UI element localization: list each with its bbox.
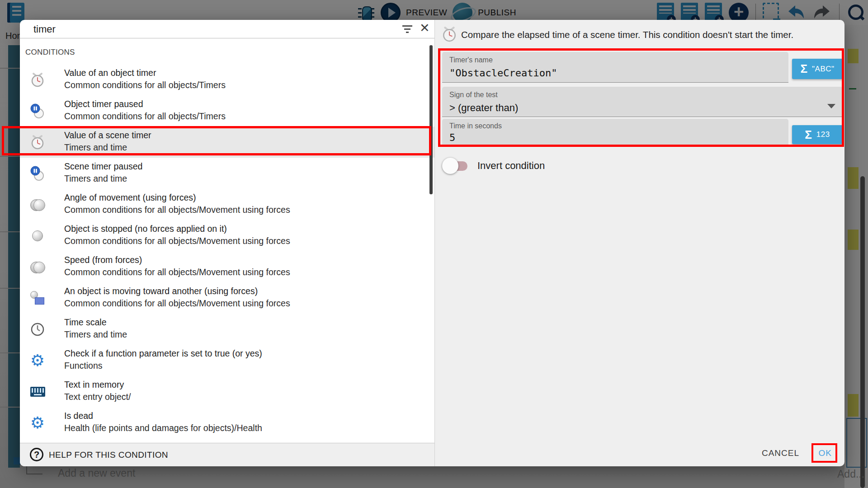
time-in-seconds-label: Time in seconds bbox=[449, 122, 781, 130]
condition-title: An object is moving toward another (usin… bbox=[64, 285, 428, 297]
list-item-scene-timer-paused[interactable]: Scene timer paused Timers and time bbox=[20, 158, 434, 189]
condition-title: Speed (from forces) bbox=[64, 254, 428, 266]
alarm-clock-icon bbox=[441, 26, 458, 44]
list-item-speed-from-forces[interactable]: Speed (from forces) Common conditions fo… bbox=[20, 251, 434, 282]
condition-group: Text entry object/ bbox=[64, 391, 428, 403]
alarm-clock-paused-icon bbox=[27, 158, 48, 189]
condition-group: Common conditions for all objects/Moveme… bbox=[64, 297, 428, 310]
condition-group: Timers and time bbox=[64, 328, 428, 341]
abc-label: "ABC" bbox=[812, 65, 835, 74]
num-label: 123 bbox=[816, 130, 830, 139]
condition-group: Common conditions for all objects/Timers bbox=[64, 110, 428, 122]
list-item-text: Value of an object timer Common conditio… bbox=[64, 67, 428, 91]
condition-title: Scene timer paused bbox=[64, 160, 428, 173]
search-row bbox=[20, 20, 434, 38]
string-expression-button[interactable]: "ABC" bbox=[792, 59, 843, 79]
filter-icon[interactable] bbox=[401, 25, 413, 34]
invert-condition-toggle[interactable] bbox=[442, 158, 468, 174]
toggle-thumb bbox=[442, 158, 458, 174]
timer-name-field[interactable]: Timer's name "ObstacleCreation" bbox=[442, 52, 788, 83]
list-item-value-of-scene-timer-selected[interactable]: Value of a scene timer Timers and time bbox=[20, 127, 434, 158]
condition-title: Object timer paused bbox=[64, 98, 428, 110]
condition-group: Common conditions for all objects/Moveme… bbox=[64, 204, 428, 216]
chevron-down-icon bbox=[827, 104, 835, 108]
condition-group: Timers and time bbox=[64, 173, 428, 185]
function-gear-icon bbox=[27, 407, 48, 438]
sign-of-test-select[interactable]: Sign of the test > (greater than) bbox=[442, 87, 843, 117]
list-item-object-timer-paused[interactable]: Object timer paused Common conditions fo… bbox=[20, 95, 434, 127]
search-input[interactable] bbox=[33, 23, 305, 36]
sign-of-test-label: Sign of the test bbox=[449, 91, 835, 99]
condition-group: Common conditions for all objects/Moveme… bbox=[64, 235, 428, 247]
time-in-seconds-value[interactable]: 5 bbox=[449, 132, 781, 143]
invert-condition-row: Invert condition bbox=[442, 157, 545, 174]
clock-icon bbox=[27, 314, 48, 345]
list-item-text: Is dead Health (life points and damages … bbox=[64, 410, 428, 434]
conditions-section-header: CONDITIONS bbox=[25, 48, 75, 57]
condition-editor-dialog: CONDITIONS Value of an object timer Comm… bbox=[20, 20, 844, 466]
condition-title: Value of an object timer bbox=[64, 67, 428, 79]
force-balls-icon bbox=[27, 251, 48, 282]
timer-name-value[interactable]: "ObstacleCreation" bbox=[449, 67, 781, 79]
condition-group: Timers and time bbox=[64, 141, 428, 154]
condition-title: Time scale bbox=[64, 316, 428, 328]
sign-of-test-value: > (greater than) bbox=[449, 102, 835, 114]
timer-name-label: Timer's name bbox=[449, 56, 781, 64]
sigma-icon bbox=[800, 62, 807, 76]
invert-condition-label: Invert condition bbox=[477, 160, 545, 172]
list-item-text: Time scale Timers and time bbox=[64, 316, 428, 341]
gdevelop-app: PREVIEW PUBLISH + Home bbox=[0, 0, 868, 488]
alarm-clock-paused-icon bbox=[27, 95, 48, 127]
list-scrollbar[interactable] bbox=[429, 45, 433, 194]
cancel-button[interactable]: CANCEL bbox=[762, 448, 799, 458]
list-item-function-parameter-true[interactable]: Check if a function parameter is set to … bbox=[20, 345, 434, 376]
condition-description: Compare the elapsed time of a scene time… bbox=[461, 29, 835, 40]
list-item-text: Text in memory Text entry object/ bbox=[64, 379, 428, 403]
help-question-icon bbox=[30, 448, 43, 461]
list-item-text: An object is moving toward another (usin… bbox=[64, 285, 428, 310]
alarm-clock-icon bbox=[27, 127, 48, 158]
list-item-object-moving-toward[interactable]: An object is moving toward another (usin… bbox=[20, 282, 434, 314]
list-item-is-dead[interactable]: Is dead Health (life points and damages … bbox=[20, 407, 434, 438]
condition-title: Angle of movement (using forces) bbox=[64, 192, 428, 204]
condition-group: Health (life points and damages for obje… bbox=[64, 422, 428, 434]
condition-group: Common conditions for all objects/Timers bbox=[64, 79, 428, 91]
ball-icon bbox=[27, 220, 48, 251]
conditions-list: Value of an object timer Common conditio… bbox=[20, 64, 434, 438]
function-gear-icon bbox=[27, 345, 48, 376]
condition-title: Text in memory bbox=[64, 379, 428, 391]
list-item-text: Scene timer paused Timers and time bbox=[64, 160, 428, 185]
condition-parameters-panel: Compare the elapsed time of a scene time… bbox=[435, 20, 844, 466]
sigma-icon bbox=[805, 128, 812, 142]
list-item-text: Speed (from forces) Common conditions fo… bbox=[64, 254, 428, 278]
condition-selector-panel: CONDITIONS Value of an object timer Comm… bbox=[20, 20, 435, 466]
list-item-text: Value of a scene timer Timers and time bbox=[64, 129, 428, 154]
list-item-text: Object is stopped (no forces applied on … bbox=[64, 223, 428, 247]
list-item-object-is-stopped[interactable]: Object is stopped (no forces applied on … bbox=[20, 220, 434, 251]
condition-title: Object is stopped (no forces applied on … bbox=[64, 223, 428, 235]
list-item-angle-of-movement[interactable]: Angle of movement (using forces) Common … bbox=[20, 189, 434, 220]
condition-group: Common conditions for all objects/Moveme… bbox=[64, 266, 428, 278]
list-item-text-in-memory[interactable]: Text in memory Text entry object/ bbox=[20, 376, 434, 407]
keyboard-icon bbox=[27, 376, 48, 407]
condition-title: Is dead bbox=[64, 410, 428, 422]
alarm-clock-icon bbox=[27, 64, 48, 95]
ball-square-icon bbox=[27, 282, 48, 314]
list-item-value-of-object-timer[interactable]: Value of an object timer Common conditio… bbox=[20, 64, 434, 95]
help-for-condition-link[interactable]: HELP FOR THIS CONDITION bbox=[49, 450, 168, 460]
close-icon[interactable] bbox=[420, 21, 433, 36]
condition-title: Check if a function parameter is set to … bbox=[64, 347, 428, 360]
list-item-text: Object timer paused Common conditions fo… bbox=[64, 98, 428, 122]
time-in-seconds-field[interactable]: Time in seconds 5 bbox=[442, 119, 788, 145]
number-expression-button[interactable]: 123 bbox=[792, 125, 843, 144]
selector-footer: HELP FOR THIS CONDITION bbox=[20, 443, 434, 466]
condition-title: Value of a scene timer bbox=[64, 129, 428, 141]
condition-group: Functions bbox=[64, 360, 428, 372]
ok-button[interactable]: OK bbox=[819, 448, 832, 458]
list-item-text: Check if a function parameter is set to … bbox=[64, 347, 428, 372]
list-item-time-scale[interactable]: Time scale Timers and time bbox=[20, 314, 434, 345]
list-item-text: Angle of movement (using forces) Common … bbox=[64, 192, 428, 216]
force-balls-icon bbox=[27, 189, 48, 220]
